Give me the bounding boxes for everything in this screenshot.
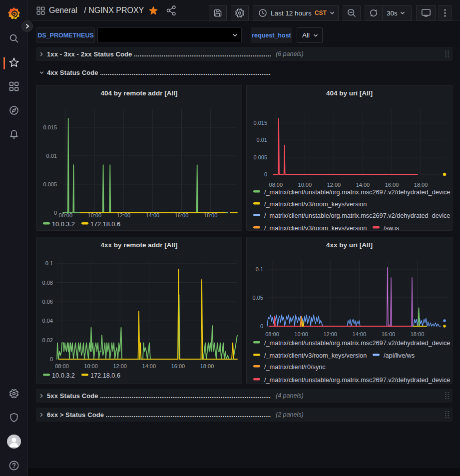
svg-text:/_matrix/client/unstable/org.m: /_matrix/client/unstable/org.matrix.msc2…	[264, 340, 450, 347]
svg-text:0.04: 0.04	[42, 318, 53, 324]
svg-text:0: 0	[260, 323, 263, 329]
svg-text:14:00: 14:00	[356, 182, 370, 188]
svg-text:0.01: 0.01	[46, 153, 57, 159]
svg-text:0: 0	[50, 356, 53, 362]
svg-text:0.02: 0.02	[42, 337, 53, 343]
svg-text:0.05: 0.05	[253, 295, 263, 301]
svg-text:12:00: 12:00	[327, 182, 341, 188]
svg-text:0.1: 0.1	[45, 260, 53, 266]
svg-text:172.18.0.6: 172.18.0.6	[90, 372, 120, 379]
svg-text:172.18.0.6: 172.18.0.6	[90, 221, 120, 228]
svg-text:0.005: 0.005	[43, 181, 57, 187]
svg-text:08:00: 08:00	[55, 363, 69, 369]
svg-text:/_matrix/client/unstable/org.m: /_matrix/client/unstable/org.matrix.msc2…	[264, 189, 450, 196]
svg-text:10:00: 10:00	[298, 182, 312, 188]
svg-text:/_matrix/client/unstable/org.m: /_matrix/client/unstable/org.matrix.msc2…	[264, 377, 450, 384]
svg-text:16:00: 16:00	[385, 182, 399, 188]
svg-text:16:00: 16:00	[382, 331, 396, 337]
svg-text:12:00: 12:00	[323, 331, 337, 337]
svg-text:12:00: 12:00	[113, 363, 127, 369]
svg-text:14:00: 14:00	[142, 363, 156, 369]
svg-text:18:00: 18:00	[414, 182, 428, 188]
svg-text:0.08: 0.08	[42, 280, 53, 286]
svg-text:/_matrix/client/unstable/org.m: /_matrix/client/unstable/org.matrix.msc2…	[264, 212, 450, 219]
svg-text:14:00: 14:00	[353, 331, 367, 337]
svg-text:0.005: 0.005	[253, 154, 267, 160]
svg-text:08:00: 08:00	[265, 331, 279, 337]
svg-text:/_matrix/client/r0/sync: /_matrix/client/r0/sync	[264, 364, 326, 371]
svg-text:/_matrix/client/v3/room_keys/v: /_matrix/client/v3/room_keys/version	[264, 225, 367, 230]
svg-text:10.0.3.2: 10.0.3.2	[52, 221, 75, 228]
svg-text:18:00: 18:00	[200, 363, 214, 369]
svg-text:0.015: 0.015	[253, 120, 267, 126]
svg-text:/api/live/ws: /api/live/ws	[384, 352, 415, 359]
svg-text:/_matrix/client/v3/room_keys/v: /_matrix/client/v3/room_keys/version	[264, 201, 367, 208]
svg-text:/_matrix/client/v3/room_keys/v: /_matrix/client/v3/room_keys/version	[264, 352, 367, 359]
svg-text:0: 0	[264, 171, 267, 177]
svg-text:/sw.js: /sw.js	[384, 225, 399, 230]
svg-text:10:00: 10:00	[294, 331, 308, 337]
svg-text:0: 0	[54, 210, 57, 216]
svg-text:16:00: 16:00	[171, 363, 185, 369]
svg-text:10:00: 10:00	[84, 363, 98, 369]
svg-text:0.06: 0.06	[42, 299, 53, 305]
svg-text:08:00: 08:00	[269, 182, 283, 188]
svg-text:18:00: 18:00	[411, 331, 425, 337]
svg-text:0.01: 0.01	[257, 137, 267, 143]
svg-text:0.1: 0.1	[256, 266, 263, 272]
svg-text:0.015: 0.015	[43, 124, 57, 130]
svg-text:10.0.3.2: 10.0.3.2	[52, 372, 75, 379]
